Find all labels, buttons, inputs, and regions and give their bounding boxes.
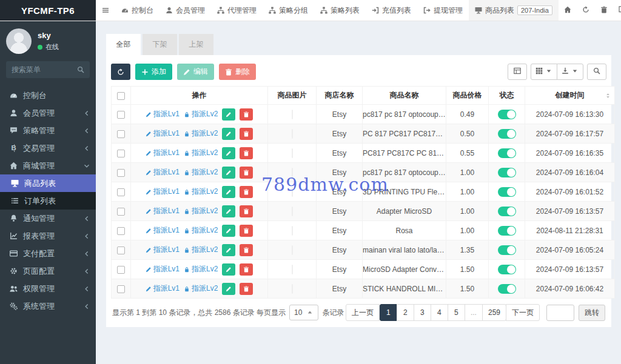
columns-button[interactable] [531, 64, 557, 80]
nav-item-4[interactable]: 策略列表 [314, 0, 366, 21]
nav-item-6[interactable]: 提现管理 [417, 0, 469, 21]
page-button-4[interactable]: 4 [431, 304, 448, 321]
assign-link-2[interactable]: 指派Lv2 [184, 187, 218, 197]
row-edit-button[interactable] [222, 128, 235, 140]
page-button-...[interactable]: ... [465, 304, 483, 321]
nav-item-7[interactable]: 商品列表207-India [469, 0, 559, 21]
assign-link-1[interactable]: 指派Lv1 [146, 245, 180, 255]
column-header-6[interactable]: 创建时间 [525, 87, 615, 105]
row-checkbox[interactable] [117, 150, 125, 157]
assign-link-2[interactable]: 指派Lv2 [184, 206, 218, 216]
jump-button[interactable]: 跳转 [579, 305, 605, 321]
assign-link-2[interactable]: 指派Lv2 [184, 167, 218, 177]
assign-link-2[interactable]: 指派Lv2 [184, 225, 218, 236]
page-button-1[interactable]: 1 [380, 304, 397, 321]
export-button[interactable] [557, 64, 583, 80]
status-toggle[interactable] [498, 168, 516, 177]
row-edit-button[interactable] [222, 225, 235, 237]
assign-link-2[interactable]: 指派Lv2 [184, 264, 218, 274]
row-checkbox[interactable] [117, 130, 125, 138]
row-edit-button[interactable] [222, 147, 235, 159]
row-delete-button[interactable] [240, 205, 253, 217]
sidebar-item-8[interactable]: 页面配置 [0, 262, 96, 280]
row-delete-button[interactable] [240, 147, 253, 159]
assign-link-1[interactable]: 指派Lv1 [146, 148, 180, 158]
row-edit-button[interactable] [222, 283, 235, 295]
sidebar-item-5[interactable]: 通知管理 [0, 210, 96, 227]
row-checkbox[interactable] [117, 208, 125, 216]
row-delete-button[interactable] [240, 263, 253, 276]
row-edit-button[interactable] [222, 108, 235, 121]
sidebar-item-0[interactable]: 控制台 [0, 87, 96, 104]
assign-link-2[interactable]: 指派Lv2 [184, 245, 218, 255]
page-button-3[interactable]: 3 [414, 304, 431, 321]
sidebar-item-6[interactable]: 报表管理 [0, 227, 96, 245]
sidebar-item-10[interactable]: 系统管理 [0, 297, 96, 315]
nav-item-1[interactable]: 会员管理 [159, 0, 211, 21]
row-edit-button[interactable] [222, 244, 235, 256]
row-checkbox[interactable] [117, 285, 125, 293]
status-toggle[interactable] [498, 187, 516, 197]
sidebar-item-2[interactable]: 策略管理 [0, 122, 96, 139]
assign-link-1[interactable]: 指派Lv1 [146, 264, 180, 274]
next-page-button[interactable]: 下一页 [506, 304, 540, 321]
row-delete-button[interactable] [240, 186, 253, 198]
row-edit-button[interactable] [222, 263, 235, 276]
tab-2[interactable]: 上架 [179, 34, 213, 55]
assign-link-1[interactable]: 指派Lv1 [146, 283, 180, 294]
table-search-button[interactable] [587, 64, 606, 80]
row-checkbox[interactable] [117, 169, 125, 177]
copy-button[interactable] [613, 0, 621, 21]
status-toggle[interactable] [498, 284, 516, 294]
edit-button[interactable]: 编辑 [177, 64, 214, 80]
page-button-5[interactable]: 5 [448, 304, 465, 321]
clear-button[interactable] [595, 0, 613, 21]
page-button-2[interactable]: 2 [397, 304, 414, 321]
row-delete-button[interactable] [240, 167, 253, 179]
add-button[interactable]: 添加 [135, 64, 172, 80]
status-toggle[interactable] [498, 245, 516, 255]
nav-item-0[interactable]: 控制台 [115, 0, 159, 21]
status-toggle[interactable] [498, 148, 516, 158]
tab-1[interactable]: 下架 [143, 34, 177, 55]
status-toggle[interactable] [498, 226, 516, 236]
assign-link-1[interactable]: 指派Lv1 [146, 128, 180, 139]
delete-button[interactable]: 删除 [219, 64, 256, 80]
nav-item-5[interactable]: 充值列表 [366, 0, 417, 21]
assign-link-1[interactable]: 指派Lv1 [146, 206, 180, 216]
sidebar-item-1[interactable]: 会员管理 [0, 104, 96, 122]
assign-link-1[interactable]: 指派Lv1 [146, 225, 180, 236]
row-checkbox[interactable] [117, 227, 125, 235]
row-edit-button[interactable] [222, 167, 235, 179]
status-toggle[interactable] [498, 110, 516, 119]
row-delete-button[interactable] [240, 225, 253, 237]
tab-0[interactable]: 全部 [106, 34, 141, 55]
row-checkbox[interactable] [117, 266, 125, 274]
assign-link-1[interactable]: 指派Lv1 [146, 167, 180, 177]
sidebar-item-4[interactable]: 商城管理 [0, 157, 96, 174]
assign-link-2[interactable]: 指派Lv2 [184, 109, 218, 119]
prev-page-button[interactable]: 上一页 [346, 304, 380, 321]
assign-link-2[interactable]: 指派Lv2 [184, 128, 218, 139]
refresh-button[interactable] [111, 64, 130, 80]
home-button[interactable] [559, 0, 577, 21]
refresh-button[interactable] [577, 0, 595, 21]
sidebar-subitem-4-0[interactable]: 商品列表 [0, 174, 96, 192]
row-checkbox[interactable] [117, 111, 125, 119]
assign-link-2[interactable]: 指派Lv2 [184, 283, 218, 294]
select-all-checkbox[interactable] [117, 92, 125, 100]
row-checkbox[interactable] [117, 188, 125, 196]
row-checkbox[interactable] [117, 247, 125, 254]
assign-link-1[interactable]: 指派Lv1 [146, 109, 180, 119]
assign-link-2[interactable]: 指派Lv2 [184, 148, 218, 158]
nav-item-3[interactable]: 策略分组 [263, 0, 314, 21]
jump-page-input[interactable] [546, 305, 574, 321]
status-toggle[interactable] [498, 129, 516, 139]
row-edit-button[interactable] [222, 205, 235, 217]
row-delete-button[interactable] [240, 244, 253, 256]
sidebar-toggle-button[interactable] [96, 0, 115, 21]
row-edit-button[interactable] [222, 186, 235, 198]
sidebar-item-7[interactable]: 支付配置 [0, 245, 96, 262]
status-toggle[interactable] [498, 207, 516, 216]
sort-icon[interactable] [605, 92, 611, 99]
